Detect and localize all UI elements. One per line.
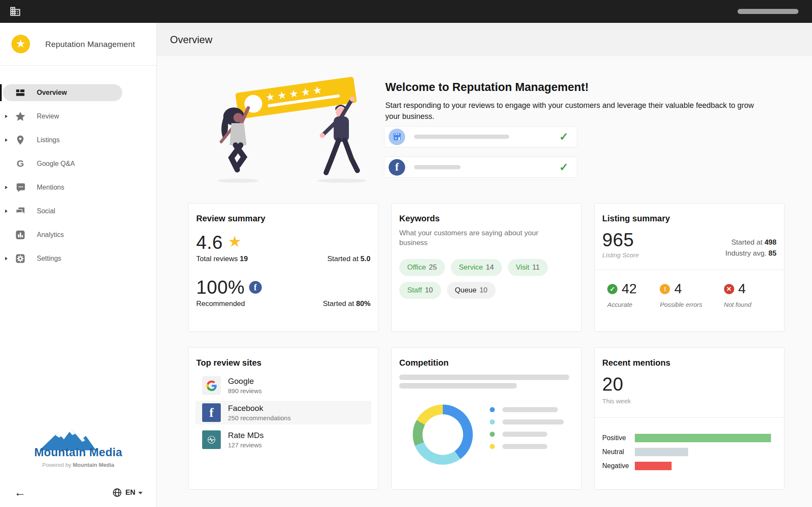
sidebar-item-listings[interactable]: Listings <box>3 132 122 149</box>
keyword-tag[interactable]: Staff10 <box>399 282 441 299</box>
text-placeholder <box>399 383 517 389</box>
card-title: Recent mentions <box>602 358 776 368</box>
started-at-pct: Started at 80% <box>323 300 370 308</box>
site-detail: 890 reviews <box>228 387 262 394</box>
step-text-placeholder <box>414 165 461 169</box>
review-site-row-facebook[interactable]: f Facebook 250 recommendations <box>195 401 371 424</box>
chat-icon <box>14 205 27 218</box>
facebook-icon: f <box>389 159 405 176</box>
onboarding-step-google-business[interactable]: G ✓ <box>384 126 577 147</box>
app-title: Reputation Management <box>45 40 135 49</box>
listing-stat-possible-errors: !4 Possible errors <box>660 281 724 308</box>
main-area: Overview ★ ★ ★ ★ ★ <box>157 23 812 507</box>
sidebar-item-overview[interactable]: Overview <box>3 84 122 101</box>
sidebar-item-mentions[interactable]: Mentions <box>3 179 122 196</box>
sidebar-item-label: Overview <box>37 89 67 96</box>
keyword-tag[interactable]: Service14 <box>451 259 502 276</box>
language-selector[interactable]: EN <box>112 488 143 498</box>
review-site-row-google[interactable]: Google 890 reviews <box>195 374 371 397</box>
language-code: EN <box>125 488 135 497</box>
chevron-right-icon[interactable] <box>5 186 8 189</box>
card-title: Competition <box>399 358 573 368</box>
sentiment-row-neutral: Neutral <box>602 448 776 456</box>
celebration-illustration: ★ ★ ★ ★ ★ <box>212 74 381 186</box>
site-name: Google <box>228 377 262 386</box>
chevron-right-icon[interactable] <box>5 115 8 118</box>
onboarding-step-facebook[interactable]: f ✓ <box>384 157 577 178</box>
legend-dot <box>490 432 495 437</box>
site-detail: 127 reviews <box>228 441 263 449</box>
recommended-value: 100% <box>196 277 245 298</box>
card-title: Top review sites <box>196 358 371 368</box>
site-detail: 250 recommendations <box>228 414 291 422</box>
step-complete-check-icon: ✓ <box>559 161 568 174</box>
card-title: Listing summary <box>602 214 776 223</box>
card-title: Keywords <box>399 214 573 223</box>
check-circle-icon: ✓ <box>607 284 617 294</box>
recommended-rate: 100% f <box>196 277 370 298</box>
page-content: ★ ★ ★ ★ ★ <box>157 56 812 507</box>
globe-icon <box>112 488 122 498</box>
listing-stat-not-found: ✕4 Not found <box>724 281 776 308</box>
google-business-icon: G <box>389 129 405 145</box>
competition-donut <box>413 405 473 465</box>
sidebar-item-google-qa[interactable]: G Google Q&A <box>3 155 122 172</box>
app-logo: ★ <box>11 35 30 53</box>
comment-icon <box>14 181 27 194</box>
facebook-icon: f <box>249 281 262 294</box>
chevron-right-icon[interactable] <box>5 138 8 142</box>
welcome-title: Welcome to Reputation Management! <box>385 81 774 94</box>
sidebar-item-label: Settings <box>37 255 61 262</box>
chevron-right-icon[interactable] <box>5 257 8 260</box>
text-placeholder <box>399 375 569 380</box>
sidebar-item-label: Analytics <box>37 231 64 239</box>
step-complete-check-icon: ✓ <box>559 130 568 143</box>
legend-dot <box>490 444 495 449</box>
powered-by: Powered by Mountain Media <box>0 462 156 468</box>
rating-value: 4.6 <box>196 232 223 253</box>
top-review-sites-card: Top review sites Google 890 reviews f Fa… <box>188 347 379 490</box>
listing-score-label: Listing Score <box>602 251 639 259</box>
sidebar-item-settings[interactable]: Settings <box>3 250 122 267</box>
collapse-back-arrow-icon[interactable]: ← <box>14 487 26 499</box>
review-summary-card: Review summary 4.6 ★ Total reviews 19 St… <box>188 203 379 332</box>
keywords-card: Keywords What your customers are saying … <box>391 203 582 332</box>
sidebar: ★ Reputation Management Overview Review … <box>0 23 157 507</box>
bar-chart-icon <box>14 229 27 241</box>
keyword-tag[interactable]: Office25 <box>399 259 445 276</box>
sidebar-item-analytics[interactable]: Analytics <box>3 226 122 243</box>
positive-bar <box>635 434 771 442</box>
competition-card: Competition <box>391 347 582 490</box>
ratemds-logo-icon <box>202 430 221 449</box>
facebook-logo-icon: f <box>202 403 221 422</box>
sidebar-footer: ← EN <box>0 487 156 499</box>
total-reviews: Total reviews 19 <box>196 255 248 263</box>
chevron-right-icon[interactable] <box>5 209 8 213</box>
sidebar-item-review[interactable]: Review <box>3 108 122 125</box>
listing-score-value: 965 <box>602 229 639 251</box>
review-site-row-ratemds[interactable]: Rate MDs 127 reviews <box>195 428 371 452</box>
listing-benchmarks: Started at 498 Industry avg. 85 <box>725 237 776 259</box>
sidebar-item-social[interactable]: Social <box>3 203 122 220</box>
welcome-section: Welcome to Reputation Management! Start … <box>385 81 774 122</box>
star-icon: ★ <box>228 233 241 251</box>
competition-legend <box>490 407 564 465</box>
average-rating: 4.6 ★ <box>196 232 370 253</box>
partner-brand-logo: Mountain Media Powered by Mountain Media <box>0 427 156 468</box>
keyword-tags: Office25 Service14 Visit11 Staff10 Queue… <box>399 259 560 299</box>
top-bar <box>0 0 812 23</box>
page-header: Overview <box>157 23 812 56</box>
sentiment-row-positive: Positive <box>602 434 776 442</box>
legend-label-placeholder <box>502 407 558 412</box>
google-g-icon: G <box>14 157 27 170</box>
sidebar-item-label: Social <box>37 207 55 215</box>
welcome-subtitle: Start responding to your reviews to enga… <box>385 100 757 122</box>
organization-building-icon[interactable] <box>9 6 21 17</box>
keyword-tag[interactable]: Queue10 <box>447 282 496 299</box>
mentions-count: 20 <box>602 374 776 395</box>
sidebar-item-label: Listings <box>37 136 60 144</box>
warning-circle-icon: ! <box>660 284 670 294</box>
keyword-tag[interactable]: Visit11 <box>508 259 548 276</box>
listing-summary-card: Listing summary 965 Listing Score Starte… <box>594 203 785 332</box>
error-circle-icon: ✕ <box>724 284 734 294</box>
